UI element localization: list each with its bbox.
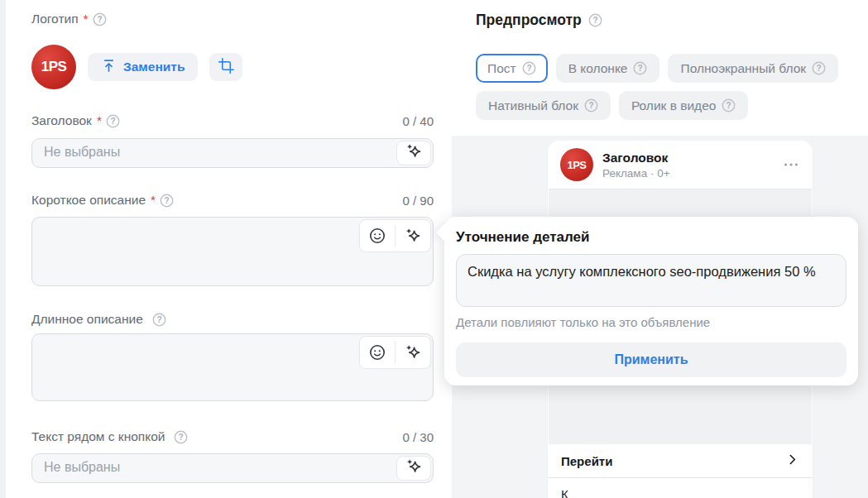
help-icon[interactable]: ? [722,98,736,113]
short-description-label: Короткое описание* ? [31,193,174,208]
logo-label-text: Логотип [31,12,79,26]
help-icon[interactable]: ? [160,194,174,208]
svg-text:?: ? [588,101,593,110]
svg-text:?: ? [97,15,102,24]
chevron-right-icon [785,453,799,469]
post-action-label: Перейти [561,454,612,468]
headline-label-row: Заголовок* ? 0 / 40 [31,113,434,128]
preview-title: Предпросмотр [476,12,582,29]
popover-beak [436,223,455,242]
details-popover: Уточнение деталей Скидка на услугу компл… [444,217,858,385]
brand-logo: 1PS [31,45,76,89]
button-text-placeholder: Не выбраны [44,460,120,475]
svg-text:?: ? [179,433,184,442]
tab-native-block[interactable]: Нативный блок ? [476,91,611,120]
short-description-label-text: Короткое описание [31,193,146,208]
tab-video-roll[interactable]: Ролик в видео ? [619,91,748,120]
tab-label: Полноэкранный блок [680,61,806,76]
required-mark: * [151,193,156,208]
tab-fullscreen-block[interactable]: Полноэкранный блок ? [668,54,838,83]
svg-text:?: ? [156,315,161,324]
headline-label-text: Заголовок [31,113,92,128]
svg-text:?: ? [165,196,170,205]
sparkle-icon [404,141,424,165]
svg-text:?: ? [110,117,115,126]
short-description-counter: 0 / 90 [402,194,434,208]
short-description-textarea[interactable] [31,217,434,286]
help-icon[interactable]: ? [522,61,536,75]
help-icon[interactable]: ? [106,114,120,128]
post-action-row[interactable]: Перейти [548,444,813,477]
tab-label: Пост [487,61,516,76]
headline-input[interactable]: Не выбраны [31,138,434,168]
ai-suggest-button[interactable] [396,220,430,251]
help-icon[interactable]: ? [812,61,826,75]
tab-column[interactable]: В колонке ? [556,54,660,83]
preview-format-tabs-row1: Пост ? В колонке ? Полноэкранный блок ? [476,54,838,83]
help-icon[interactable]: ? [588,13,602,27]
tab-label: В колонке [568,61,628,76]
preview-header: Предпросмотр ? [476,12,602,29]
svg-text:?: ? [817,64,822,73]
post-bottom-clipped-text: К [548,478,813,498]
svg-text:?: ? [526,64,531,73]
post-header: 1PS Заголовок Реклама · 0+ [548,141,813,189]
required-mark: * [97,113,102,128]
emoji-button[interactable] [360,337,395,368]
help-icon[interactable]: ? [633,61,647,75]
preview-format-tabs-row2: Нативный блок ? Ролик в видео ? [476,91,748,120]
ai-suggest-button[interactable] [396,141,431,165]
textarea-toolbar [359,219,431,252]
popover-title: Уточнение деталей [456,229,846,246]
tab-post[interactable]: Пост ? [476,54,548,83]
crop-icon [218,58,234,77]
replace-logo-button[interactable]: Заменить [88,53,198,81]
tab-label: Ролик в видео [631,98,716,113]
help-icon[interactable]: ? [584,98,598,113]
upload-icon [101,58,117,77]
tab-label: Нативный блок [488,98,578,113]
headline-counter: 0 / 40 [402,114,434,128]
long-description-label-text: Длинное описание [31,312,143,327]
svg-text:?: ? [638,64,643,73]
brand-initials: 1PS [567,159,586,171]
ai-suggest-button[interactable] [396,456,431,481]
help-icon[interactable]: ? [93,12,107,26]
svg-text:?: ? [727,101,731,110]
post-titles: Заголовок Реклама · 0+ [602,151,670,180]
brand-initials: 1PS [41,59,67,75]
emoji-button[interactable] [360,220,395,251]
post-menu-button[interactable] [782,156,800,174]
apply-button[interactable]: Применить [456,342,846,377]
logo-label: Логотип* ? [31,12,107,26]
post-meta: Реклама · 0+ [602,167,670,180]
textarea-toolbar [359,336,431,369]
brand-logo: 1PS [560,148,593,181]
popover-helper-text: Детали повлияют только на это объявление [456,315,846,329]
short-description-label-row: Короткое описание* ? 0 / 90 [31,193,434,208]
svg-text:?: ? [592,16,597,25]
help-icon[interactable]: ? [152,313,166,327]
required-mark: * [84,12,89,26]
page-edge-strip [0,0,6,498]
button-text-label-row: Текст рядом с кнопкой ? 0 / 30 [31,429,434,444]
headline-placeholder: Не выбраны [44,145,120,160]
replace-logo-label: Заменить [123,60,185,74]
button-text-input[interactable]: Не выбраны [31,453,434,483]
button-text-label: Текст рядом с кнопкой ? [31,429,188,444]
headline-label: Заголовок* ? [31,113,120,128]
crop-logo-button[interactable] [209,53,242,81]
logo-field-label-row: Логотип* ? [31,12,434,26]
logo-row: 1PS Заменить [31,45,242,89]
button-text-label-text: Текст рядом с кнопкой [31,429,165,444]
long-description-textarea[interactable] [31,333,434,401]
sparkle-icon [404,457,424,480]
long-description-label: Длинное описание ? [31,312,166,327]
details-input[interactable]: Скидка на услугу комплексного seo-продви… [456,254,846,307]
button-text-counter: 0 / 30 [402,430,434,444]
help-icon[interactable]: ? [174,430,188,444]
ad-editor-screen: Логотип* ? 1PS Заменить Заголовок* ? 0 /… [0,0,868,498]
long-description-label-row: Длинное описание ? [31,312,434,327]
post-title: Заголовок [602,151,670,165]
ai-suggest-button[interactable] [396,337,430,368]
